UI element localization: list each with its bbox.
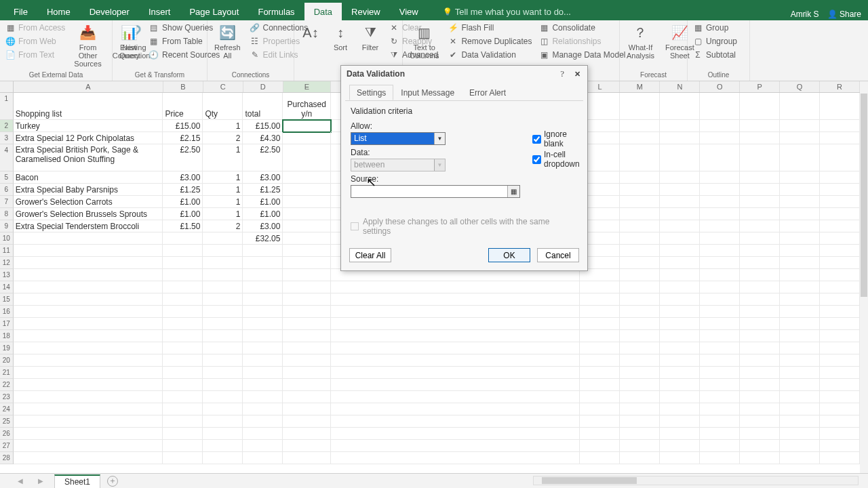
cell[interactable]: 1	[203, 144, 243, 171]
cell[interactable]	[740, 391, 780, 403]
cell[interactable]	[700, 415, 740, 428]
share-button[interactable]: Share	[827, 9, 861, 19]
cell[interactable]	[203, 318, 243, 330]
cell[interactable]	[820, 120, 860, 132]
cell[interactable]	[203, 440, 243, 452]
cell[interactable]: total	[243, 93, 283, 120]
cell[interactable]	[14, 440, 163, 452]
cell[interactable]	[780, 245, 820, 257]
cell[interactable]	[283, 132, 331, 144]
cell[interactable]	[620, 93, 660, 120]
group-button[interactable]: ▦Group	[690, 22, 739, 34]
row-header[interactable]: 23	[0, 391, 14, 403]
row-header[interactable]: 12	[0, 257, 14, 269]
cell[interactable]	[740, 281, 780, 293]
cell[interactable]	[660, 257, 700, 269]
cell[interactable]	[283, 196, 331, 208]
cell[interactable]	[620, 330, 660, 342]
cell[interactable]: Qty	[203, 93, 243, 120]
cell[interactable]	[14, 281, 163, 293]
cell[interactable]	[580, 415, 620, 428]
cell[interactable]	[660, 293, 700, 306]
cell[interactable]: Shopping list	[14, 93, 163, 120]
cell[interactable]	[14, 257, 163, 269]
cell[interactable]	[780, 367, 820, 379]
cell[interactable]	[283, 379, 331, 391]
cell[interactable]	[580, 403, 620, 415]
cell[interactable]	[14, 391, 163, 403]
cell[interactable]	[700, 354, 740, 367]
cell[interactable]	[780, 144, 820, 171]
cell[interactable]	[283, 342, 331, 354]
cell[interactable]	[660, 171, 700, 184]
cell[interactable]	[820, 208, 860, 220]
sort-az-button[interactable]: A↕	[297, 22, 324, 43]
cell[interactable]	[203, 257, 243, 269]
cell[interactable]	[620, 269, 660, 281]
cell[interactable]	[163, 293, 203, 306]
cell[interactable]	[243, 391, 283, 403]
cell[interactable]	[283, 391, 331, 403]
cell[interactable]	[14, 403, 163, 415]
cell[interactable]	[620, 257, 660, 269]
cell[interactable]	[660, 144, 700, 171]
cell[interactable]	[283, 208, 331, 220]
cell[interactable]	[660, 428, 700, 440]
cell[interactable]	[14, 415, 163, 428]
cell[interactable]	[331, 318, 580, 330]
cell[interactable]	[283, 367, 331, 379]
cell[interactable]	[283, 281, 331, 293]
cell[interactable]	[740, 354, 780, 367]
cell[interactable]	[620, 144, 660, 171]
cell[interactable]	[740, 171, 780, 184]
ungroup-button[interactable]: ▢Ungroup	[690, 35, 739, 47]
add-sheet-button[interactable]: ＋	[107, 476, 118, 487]
cell[interactable]	[163, 269, 203, 281]
cell[interactable]	[620, 281, 660, 293]
cell[interactable]	[820, 132, 860, 144]
cell[interactable]	[660, 120, 700, 132]
cell[interactable]	[660, 245, 700, 257]
cell[interactable]	[700, 232, 740, 245]
row-header[interactable]: 5	[0, 171, 14, 184]
cell[interactable]	[660, 367, 700, 379]
cell[interactable]	[243, 269, 283, 281]
cell[interactable]	[740, 257, 780, 269]
cell[interactable]	[331, 354, 580, 367]
cell[interactable]	[203, 293, 243, 306]
cell[interactable]	[740, 330, 780, 342]
cell[interactable]	[283, 171, 331, 184]
cell[interactable]	[820, 281, 860, 293]
cell[interactable]	[780, 120, 820, 132]
cell[interactable]	[660, 220, 700, 232]
cell[interactable]: Grower's Selection Brussels Sprouts	[14, 208, 163, 220]
col-q[interactable]: Q	[780, 81, 820, 92]
cancel-button[interactable]: Cancel	[537, 248, 579, 262]
cell[interactable]	[283, 354, 331, 367]
cell[interactable]: £1.50	[163, 220, 203, 232]
row-header[interactable]: 26	[0, 428, 14, 440]
col-e[interactable]: E	[283, 81, 332, 92]
cell[interactable]	[660, 379, 700, 391]
cell[interactable]	[620, 342, 660, 354]
cell[interactable]: £2.50	[163, 144, 203, 171]
cell[interactable]	[203, 245, 243, 257]
cell[interactable]	[740, 452, 780, 464]
cell[interactable]	[780, 452, 820, 464]
row-header[interactable]: 25	[0, 415, 14, 428]
cell[interactable]	[243, 245, 283, 257]
cell[interactable]	[14, 354, 163, 367]
cell[interactable]	[780, 440, 820, 452]
cell[interactable]	[163, 367, 203, 379]
cell[interactable]	[820, 293, 860, 306]
cell[interactable]	[163, 391, 203, 403]
cell[interactable]	[620, 245, 660, 257]
tab-insert[interactable]: Insert	[139, 3, 180, 20]
cell[interactable]	[580, 293, 620, 306]
cell[interactable]	[620, 120, 660, 132]
cell[interactable]	[780, 257, 820, 269]
cell[interactable]: 1	[203, 184, 243, 196]
cell[interactable]	[820, 415, 860, 428]
cell[interactable]: Price	[163, 93, 203, 120]
cell[interactable]: Extra Special British Pork, Sage & Caram…	[14, 144, 163, 171]
